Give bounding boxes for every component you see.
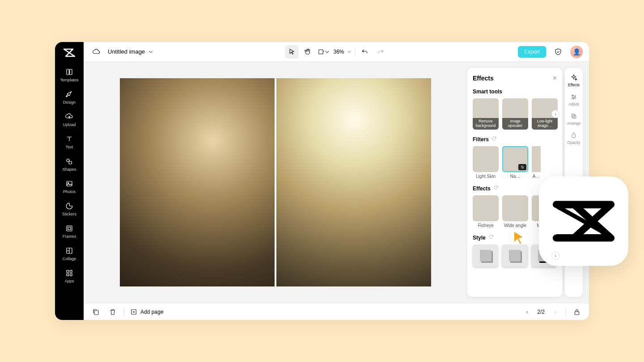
filter-more[interactable]: A…: [532, 146, 541, 179]
crop-tool-button[interactable]: [317, 45, 330, 59]
user-avatar[interactable]: 👤: [570, 46, 583, 58]
close-panel-button[interactable]: ×: [553, 74, 557, 82]
effect-wide-angle[interactable]: Wide angle: [502, 195, 528, 228]
sidebar-label: Frames: [63, 234, 76, 239]
export-button[interactable]: Export: [518, 46, 546, 58]
cloud-sync-icon[interactable]: [90, 45, 103, 59]
zoom-value: 36%: [333, 49, 344, 55]
slider-icon: [518, 164, 526, 170]
svg-rect-11: [70, 270, 72, 273]
top-toolbar: Untitled image 36% Export 👤: [84, 42, 589, 62]
title-text: Untitled image: [108, 48, 145, 55]
sidebar-item-design[interactable]: Design: [55, 90, 84, 105]
style-option-1[interactable]: [473, 244, 498, 267]
side-tab-arrange[interactable]: Arrange: [565, 113, 583, 126]
delete-button[interactable]: [107, 306, 119, 318]
sidebar-label: Design: [63, 100, 76, 105]
svg-rect-21: [573, 115, 576, 118]
apps-icon: [65, 269, 73, 277]
filter-light-skin[interactable]: Light Skin: [473, 146, 499, 179]
smart-tools-heading: Smart tools: [473, 88, 557, 95]
refresh-icon[interactable]: [491, 136, 497, 143]
opacity-icon: [570, 132, 577, 139]
stickers-icon: [65, 202, 73, 210]
cursor-tool-button[interactable]: [285, 45, 298, 59]
frames-icon: [65, 224, 73, 232]
effect-fisheye[interactable]: Fisheye: [473, 195, 499, 228]
canvas-viewport[interactable]: [84, 62, 467, 303]
svg-rect-13: [70, 274, 72, 276]
redo-button[interactable]: [374, 45, 388, 59]
sidebar-label: Collage: [63, 257, 76, 261]
svg-rect-24: [575, 311, 579, 315]
filter-natural[interactable]: Na…: [502, 146, 528, 179]
document-title[interactable]: Untitled image: [108, 48, 154, 55]
sidebar-item-apps[interactable]: Apps: [55, 269, 84, 283]
panel-title: Effects ×: [473, 74, 557, 82]
side-tab-opacity[interactable]: Opacity: [565, 132, 583, 145]
sidebar-item-photos[interactable]: Photos: [55, 180, 84, 194]
svg-rect-2: [70, 69, 72, 75]
sidebar-item-frames[interactable]: Frames: [55, 224, 84, 239]
sidebar-item-text[interactable]: Text: [55, 135, 84, 149]
svg-point-16: [522, 168, 523, 168]
separator: [565, 307, 566, 316]
left-sidebar: Templates Design Upload Text Shapes Phot…: [55, 42, 84, 320]
duplicate-button[interactable]: [90, 306, 102, 318]
chevron-down-icon: [347, 49, 352, 55]
svg-rect-10: [67, 270, 69, 273]
workspace: Effects × Smart tools Remove background …: [84, 62, 589, 303]
separator: [124, 307, 124, 316]
page-indicator: 2/2: [537, 309, 545, 315]
sidebar-item-stickers[interactable]: Stickers: [55, 202, 84, 216]
sidebar-label: Shapes: [63, 167, 76, 172]
svg-rect-5: [67, 181, 72, 186]
scroll-right-button[interactable]: ›: [551, 110, 559, 118]
next-page-button[interactable]: ›: [550, 307, 560, 317]
sidebar-item-shapes[interactable]: Shapes: [55, 157, 84, 172]
smart-tool-remove-background[interactable]: Remove background: [473, 98, 499, 130]
canvas-image-right[interactable]: [276, 78, 431, 286]
style-option-2[interactable]: [502, 244, 527, 267]
svg-point-15: [521, 166, 522, 167]
canvas-image-left[interactable]: [120, 78, 275, 286]
shield-icon[interactable]: [551, 45, 565, 59]
capcut-logo-icon: [552, 199, 615, 244]
main-area: Untitled image 36% Export 👤: [84, 42, 589, 320]
refresh-icon[interactable]: [488, 234, 494, 241]
prev-page-button[interactable]: ‹: [522, 307, 532, 317]
sidebar-item-collage[interactable]: Collage: [55, 247, 84, 261]
svg-rect-1: [67, 69, 69, 75]
sidebar-item-upload[interactable]: Upload: [55, 113, 84, 127]
adjust-icon: [570, 93, 577, 101]
hand-tool-button[interactable]: [301, 45, 314, 59]
add-page-button[interactable]: Add page: [130, 308, 163, 316]
svg-rect-22: [94, 311, 98, 315]
separator: [355, 47, 356, 56]
smart-tool-image-upscaler[interactable]: Image upscaler: [502, 98, 528, 130]
filters-heading: Filters: [473, 136, 557, 143]
side-tab-adjust[interactable]: Adjust: [565, 93, 583, 106]
side-tab-effects[interactable]: Effects: [565, 74, 583, 87]
undo-button[interactable]: [358, 45, 372, 59]
photos-icon: [65, 180, 73, 188]
sidebar-label: Photos: [63, 189, 76, 194]
zoom-level[interactable]: 36%: [333, 49, 352, 55]
svg-rect-14: [319, 50, 323, 54]
upload-icon: [65, 113, 73, 121]
effects-icon: [570, 74, 577, 81]
refresh-icon[interactable]: [493, 185, 499, 192]
scroll-right-button[interactable]: ›: [551, 252, 559, 260]
svg-rect-7: [67, 226, 72, 231]
sidebar-label: Apps: [65, 279, 74, 283]
add-page-icon: [130, 308, 138, 316]
sidebar-label: Upload: [63, 122, 76, 127]
text-icon: [65, 135, 73, 143]
svg-rect-8: [68, 227, 71, 230]
lock-button[interactable]: [571, 306, 583, 318]
sidebar-item-templates[interactable]: Templates: [55, 68, 84, 82]
app-window: Templates Design Upload Text Shapes Phot…: [55, 42, 589, 320]
canvas[interactable]: [120, 78, 431, 286]
svg-rect-20: [572, 114, 575, 117]
arrange-icon: [570, 113, 577, 120]
